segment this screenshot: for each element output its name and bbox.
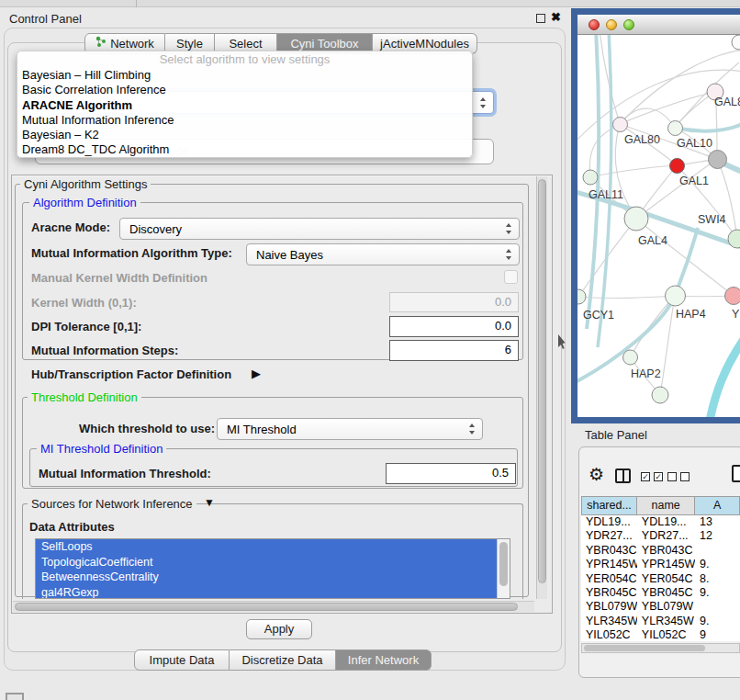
node-table: shared... name A YDL19...YDL19...13 YDR2…	[581, 496, 740, 641]
network-node-unnamed-gray[interactable]	[709, 151, 727, 169]
dropdown-item-dream8[interactable]: Dream8 DC_TDC Algorithm	[17, 142, 472, 157]
dropdown-item-aracne[interactable]: ARACNE Algorithm	[17, 98, 472, 113]
network-canvas[interactable]: GAL8 GAL80 GAL10 GAL1 GAL11 GAL4 SWI4 GC…	[577, 35, 740, 417]
settings-horizontal-scrollbar[interactable]	[13, 601, 534, 612]
node-label: HAP4	[676, 308, 706, 321]
document-icon[interactable]	[732, 465, 740, 482]
combo-arrows-icon	[469, 423, 476, 435]
which-threshold-combobox[interactable]: MI Threshold	[217, 418, 483, 440]
table-row[interactable]: YIL052CYIL052C9	[581, 628, 740, 641]
control-panel-title: Control Panel	[9, 12, 82, 26]
network-node-hap2[interactable]	[623, 350, 638, 365]
data-attributes-label: Data Attributes	[29, 520, 115, 534]
collapsed-arrow-icon[interactable]: ▶	[252, 367, 261, 380]
manual-kernel-width-label: Manual Kernel Width Definition	[31, 271, 207, 285]
network-node-gcy1[interactable]	[577, 289, 586, 304]
table-row[interactable]: YER054CYER054C8.	[581, 572, 740, 586]
list-item-selfloops[interactable]: SelfLoops	[36, 539, 499, 555]
table-row[interactable]: YDR27...YDR27...12	[581, 529, 740, 543]
table-row[interactable]: YBR045CYBR045C9.	[581, 586, 740, 600]
mi-steps-field[interactable]: 6	[389, 340, 519, 361]
network-node-gal4[interactable]	[624, 207, 648, 231]
dropdown-item-basic-correlation[interactable]: Basic Correlation Inference	[17, 83, 472, 97]
aracne-mode-combobox[interactable]: Discovery	[119, 218, 520, 240]
dropdown-item-mutual-information[interactable]: Mutual Information Inference	[17, 113, 472, 128]
table-row[interactable]: YLR345WYLR345W9.	[581, 615, 740, 628]
scrollbar-thumb[interactable]	[538, 179, 546, 583]
network-node[interactable]	[732, 35, 740, 50]
manual-kernel-width-checkbox[interactable]	[504, 270, 518, 284]
combo-arrows-icon	[506, 249, 512, 260]
dropdown-prompt: Select algorithm to view settings	[17, 51, 472, 68]
network-node[interactable]	[652, 387, 668, 403]
dpi-tolerance-field[interactable]: 0.0	[389, 316, 519, 337]
node-label: GAL8	[714, 96, 740, 108]
aracne-mode-label: Aracne Mode:	[31, 220, 110, 234]
column-header-shared[interactable]: shared...	[581, 496, 637, 515]
list-item-betweennesscentrality[interactable]: BetweennessCentrality	[36, 570, 499, 585]
close-window-icon[interactable]	[589, 19, 600, 30]
table-row[interactable]: YPR145WYPR145W9.	[581, 558, 740, 571]
network-node-pink[interactable]	[725, 288, 740, 305]
cyni-algorithm-settings-title: Cyni Algorithm Settings	[20, 177, 151, 191]
data-attributes-list: SelfLoops TopologicalCoefficient Between…	[35, 538, 510, 599]
hub-definition-label: Hub/Transcription Factor Definition	[31, 367, 231, 381]
table-row[interactable]: YDL19...YDL19...13	[581, 515, 740, 529]
dropdown-item-bayesian-k2[interactable]: Bayesian – K2	[17, 128, 472, 142]
tab-discretize-data[interactable]: Discretize Data	[230, 649, 336, 671]
node-label: GAL10	[677, 137, 712, 150]
network-node-gal11[interactable]	[583, 170, 598, 185]
node-label: SWI4	[698, 213, 726, 226]
apply-button[interactable]: Apply	[246, 619, 312, 639]
minimized-panel-icon[interactable]	[6, 693, 24, 700]
dpi-tolerance-label: DPI Tolerance [0,1]:	[31, 320, 141, 333]
scrollbar-thumb[interactable]	[499, 542, 508, 586]
sources-group-title: Sources for Network Inference	[28, 497, 196, 511]
list-vertical-scrollbar[interactable]	[497, 539, 510, 599]
list-item-topologicalcoefficient[interactable]: TopologicalCoefficient	[36, 555, 499, 570]
table-row[interactable]: YBL079WYBL079W	[581, 600, 740, 614]
network-node-gal1[interactable]	[670, 159, 685, 174]
network-node-hap4[interactable]	[666, 286, 686, 306]
algorithm-definition-title: Algorithm Definition	[29, 196, 140, 209]
minimize-window-icon[interactable]	[606, 19, 617, 30]
threshold-definition-title: Threshold Definition	[28, 390, 141, 404]
mi-threshold-label: Mutual Information Threshold:	[39, 467, 211, 480]
unchecked-checkbox-icon[interactable]	[667, 472, 677, 481]
network-node-gal80[interactable]	[613, 118, 628, 132]
float-panel-icon[interactable]	[536, 14, 545, 23]
mi-threshold-field[interactable]: 0.5	[386, 463, 516, 484]
table-horizontal-scrollbar[interactable]	[581, 643, 740, 653]
network-graph: GAL8 GAL80 GAL10 GAL1 GAL11 GAL4 SWI4 GC…	[577, 35, 740, 417]
node-label: GAL80	[624, 133, 660, 146]
dropdown-item-bayesian-hill[interactable]: Bayesian – Hill Climbing	[17, 68, 472, 83]
close-panel-icon[interactable]: ✖	[551, 10, 561, 24]
node-label: GAL4	[638, 234, 667, 247]
unchecked-checkbox-icon[interactable]	[680, 472, 690, 481]
mi-steps-label: Mutual Information Steps:	[31, 344, 178, 357]
network-node-gal10[interactable]	[668, 121, 683, 136]
table-panel-title: Table Panel	[585, 428, 647, 442]
column-header-partial[interactable]: A	[695, 496, 740, 515]
mi-algorithm-type-combobox[interactable]: Naive Bayes	[246, 243, 520, 265]
settings-vertical-scrollbar[interactable]	[536, 176, 547, 599]
algorithm-dropdown-popup: Select algorithm to view settings Bayesi…	[17, 51, 473, 158]
kernel-width-field[interactable]: 0.0	[389, 292, 519, 312]
expanded-arrow-icon[interactable]: ▼	[204, 496, 215, 509]
network-window-titlebar[interactable]	[577, 15, 740, 35]
tab-infer-network[interactable]: Infer Network	[336, 649, 432, 671]
zoom-window-icon[interactable]	[623, 19, 634, 30]
split-columns-icon[interactable]	[615, 469, 631, 483]
table-row[interactable]: YBR043CYBR043C	[581, 544, 740, 558]
tab-impute-data[interactable]: Impute Data	[134, 649, 230, 671]
mi-algorithm-type-label: Mutual Information Algorithm Type:	[31, 246, 232, 260]
scrollbar-thumb[interactable]	[15, 603, 518, 611]
combo-arrows-icon	[506, 223, 512, 234]
checked-checkbox-icon[interactable]: ✓	[641, 472, 650, 481]
column-header-name[interactable]: name	[637, 496, 695, 515]
checked-checkbox-icon[interactable]: ✓	[654, 472, 663, 481]
cyni-mode-tabbar: Impute Data Discretize Data Infer Networ…	[134, 649, 432, 671]
list-item-gal4rgexp[interactable]: gal4RGexp	[36, 585, 499, 600]
scrollbar-thumb[interactable]	[584, 645, 705, 651]
gear-icon[interactable]: ⚙	[589, 464, 604, 485]
